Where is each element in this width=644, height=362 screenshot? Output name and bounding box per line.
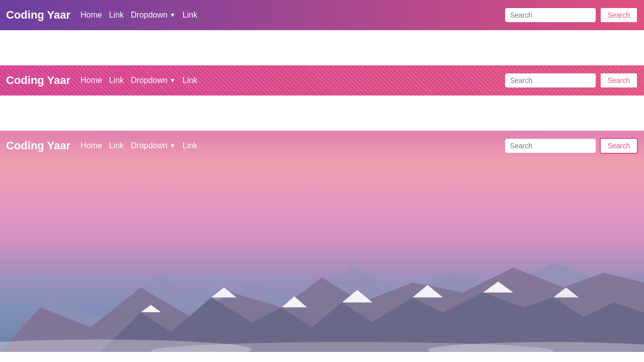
- nav-link1-1[interactable]: Link: [109, 11, 124, 20]
- search-input-2[interactable]: [505, 73, 596, 87]
- nav-home-1[interactable]: Home: [80, 11, 102, 20]
- nav-home-3[interactable]: Home: [80, 141, 102, 150]
- nav-home-2[interactable]: Home: [80, 76, 102, 85]
- navbar-1: Coding Yaar Home Link Dropdown ▼ Link Se…: [0, 0, 644, 30]
- mountain-svg: [0, 208, 644, 352]
- brand-3: Coding Yaar: [6, 139, 70, 152]
- dropdown-arrow-2: ▼: [170, 77, 176, 84]
- spacer-2: [0, 96, 644, 131]
- search-form-3: Search: [505, 138, 638, 154]
- navbar-2: Coding Yaar Home Link Dropdown ▼ Link Se…: [0, 65, 644, 96]
- search-form-1: Search: [505, 7, 638, 23]
- search-form-2: Search: [505, 72, 638, 88]
- dropdown-arrow-1: ▼: [170, 12, 176, 19]
- nav-dropdown-1[interactable]: Dropdown ▼: [131, 11, 176, 20]
- brand-1: Coding Yaar: [6, 9, 70, 22]
- dropdown-arrow-3: ▼: [170, 142, 176, 149]
- nav-dropdown-2[interactable]: Dropdown ▼: [131, 76, 176, 85]
- nav-links-2: Home Link Dropdown ▼ Link: [80, 76, 505, 85]
- mountain-background: [0, 131, 644, 352]
- search-input-3[interactable]: [505, 139, 596, 153]
- search-button-2[interactable]: Search: [600, 72, 638, 88]
- spacer-1: [0, 30, 644, 65]
- nav-link2-1[interactable]: Link: [183, 11, 197, 20]
- svg-marker-4: [211, 288, 236, 298]
- nav-link1-3[interactable]: Link: [109, 141, 124, 150]
- search-input-1[interactable]: [505, 8, 596, 22]
- search-button-3[interactable]: Search: [600, 138, 638, 154]
- bg-section: Coding Yaar Home Link Dropdown ▼ Link Se…: [0, 131, 644, 352]
- nav-links-3: Home Link Dropdown ▼ Link: [80, 141, 505, 150]
- nav-links-1: Home Link Dropdown ▼ Link: [80, 11, 505, 20]
- search-button-1[interactable]: Search: [600, 7, 638, 23]
- nav-link2-3[interactable]: Link: [183, 141, 197, 150]
- brand-2: Coding Yaar: [6, 74, 70, 87]
- nav-dropdown-3[interactable]: Dropdown ▼: [131, 141, 176, 150]
- nav-link2-2[interactable]: Link: [183, 76, 197, 85]
- navbar-3: Coding Yaar Home Link Dropdown ▼ Link Se…: [0, 131, 644, 161]
- nav-link1-2[interactable]: Link: [109, 76, 124, 85]
